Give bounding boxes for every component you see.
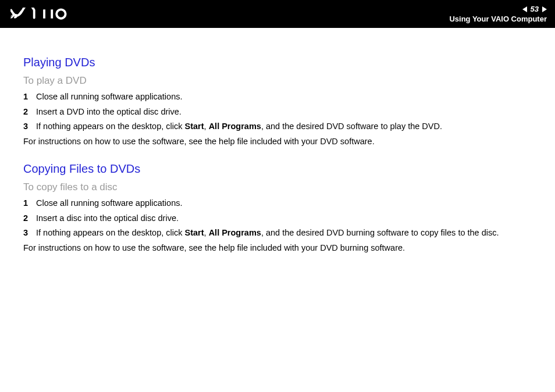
- step-item: 3 If nothing appears on the desktop, cli…: [23, 121, 532, 133]
- text-fragment: ,: [204, 228, 209, 237]
- svg-rect-0: [43, 9, 45, 18]
- step-number: 1: [23, 198, 36, 209]
- step-number: 2: [23, 106, 36, 118]
- section-footer: For instructions on how to use the softw…: [23, 243, 532, 254]
- document-page: 𝓃⁄ 53 Using Your VAIO Computer Playing D…: [0, 0, 555, 392]
- page-header: 𝓃⁄ 53 Using Your VAIO Computer: [0, 0, 555, 28]
- section-title: Copying Files to DVDs: [23, 162, 532, 176]
- bold-text: Start: [185, 122, 204, 131]
- text-fragment: If nothing appears on the desktop, click: [36, 228, 185, 237]
- bold-text: All Programs: [209, 122, 261, 131]
- step-item: 1 Close all running software application…: [23, 91, 532, 103]
- step-text: Close all running software applications.: [36, 91, 532, 103]
- section-footer: For instructions on how to use the softw…: [23, 136, 532, 148]
- text-fragment: ,: [204, 122, 209, 131]
- step-item: 3 If nothing appears on the desktop, cli…: [23, 227, 532, 239]
- vaio-logo-icon: 𝓃⁄: [10, 8, 74, 20]
- page-nav: 53: [522, 5, 547, 13]
- step-text: If nothing appears on the desktop, click…: [36, 121, 532, 133]
- vaio-logo: 𝓃⁄: [10, 8, 74, 20]
- section-title: Playing DVDs: [23, 56, 532, 69]
- step-item: 2 Insert a disc into the optical disc dr…: [23, 213, 532, 224]
- header-right: 53 Using Your VAIO Computer: [449, 5, 547, 23]
- text-fragment: , and the desired DVD software to play t…: [261, 122, 442, 131]
- page-content: Playing DVDs To play a DVD 1 Close all r…: [0, 28, 555, 267]
- step-number: 1: [23, 91, 36, 103]
- section-subtitle: To play a DVD: [23, 75, 532, 87]
- section-label: Using Your VAIO Computer: [449, 15, 547, 23]
- page-number: 53: [531, 5, 539, 13]
- prev-page-icon[interactable]: [522, 6, 527, 12]
- section-subtitle: To copy files to a disc: [23, 181, 532, 193]
- next-page-icon[interactable]: [542, 6, 547, 12]
- step-text: Insert a DVD into the optical disc drive…: [36, 106, 532, 118]
- bold-text: Start: [185, 228, 204, 237]
- step-number: 3: [23, 121, 36, 133]
- step-text: Close all running software applications.: [36, 198, 532, 209]
- step-item: 1 Close all running software application…: [23, 198, 532, 209]
- section-copying-dvds: Copying Files to DVDs To copy files to a…: [23, 162, 532, 254]
- text-fragment: If nothing appears on the desktop, click: [36, 122, 185, 131]
- svg-rect-2: [51, 9, 53, 18]
- step-item: 2 Insert a DVD into the optical disc dri…: [23, 106, 532, 118]
- text-fragment: , and the desired DVD burning software t…: [261, 228, 499, 237]
- step-text: Insert a disc into the optical disc driv…: [36, 213, 532, 224]
- step-text: If nothing appears on the desktop, click…: [36, 227, 532, 239]
- bold-text: All Programs: [209, 228, 261, 237]
- svg-point-1: [56, 9, 65, 18]
- section-playing-dvds: Playing DVDs To play a DVD 1 Close all r…: [23, 56, 532, 147]
- step-number: 2: [23, 213, 36, 224]
- step-number: 3: [23, 227, 36, 239]
